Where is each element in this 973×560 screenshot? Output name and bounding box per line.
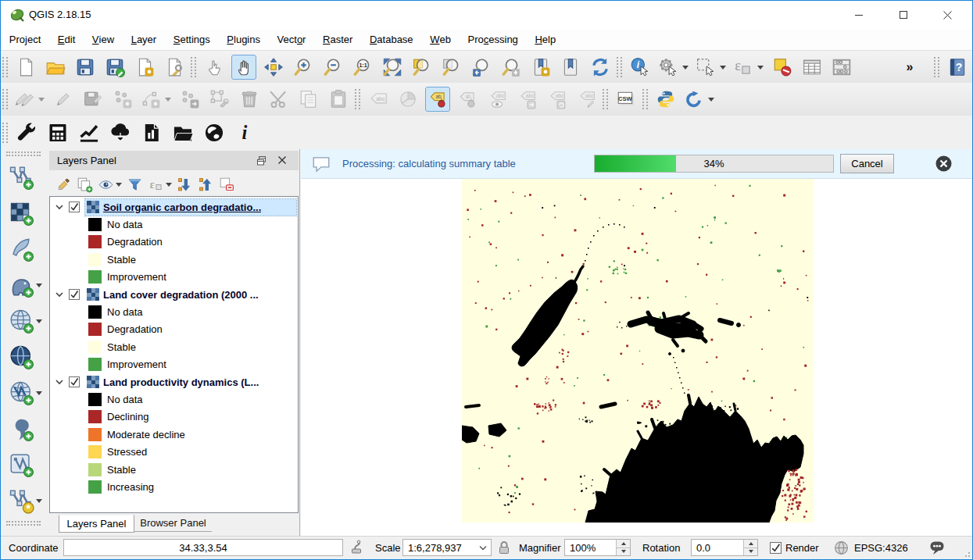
extents-icon[interactable] — [350, 540, 366, 555]
lp-expression-button[interactable]: ε — [148, 174, 172, 194]
tab-browser-panel[interactable]: Browser Panel — [134, 515, 212, 532]
menu-vector[interactable]: Vector — [269, 29, 314, 50]
label-edit-button[interactable]: abc — [574, 87, 598, 111]
zoom-next-button[interactable] — [499, 55, 523, 79]
expand-chevron-icon[interactable] — [54, 289, 66, 300]
zoom-layer-button[interactable] — [440, 55, 463, 79]
crs-icon[interactable] — [833, 540, 850, 556]
layer-row[interactable]: Land productivity dynamics (L... — [50, 373, 298, 391]
cut-button[interactable] — [267, 87, 291, 111]
lp-style-button[interactable] — [55, 174, 72, 194]
save-project-as-button[interactable] — [103, 55, 127, 79]
menu-help[interactable]: Help — [527, 29, 564, 50]
deselect-all-button[interactable] — [771, 55, 794, 79]
toggle-editing-button[interactable] — [52, 87, 75, 111]
history-button[interactable] — [684, 87, 715, 111]
help-button[interactable]: ? — [946, 55, 969, 79]
save-project-button[interactable] — [73, 55, 97, 79]
add-vector-button[interactable] — [1, 160, 34, 194]
maximize-button[interactable] — [885, 1, 921, 29]
messagebar-close-button[interactable] — [935, 155, 952, 172]
csw-button[interactable]: CSW — [614, 87, 638, 111]
move-feature-button[interactable] — [178, 87, 202, 111]
copy-button[interactable] — [297, 87, 320, 111]
lp-visibility-button[interactable] — [98, 174, 122, 194]
lock-icon[interactable] — [496, 540, 512, 555]
new-gpkg-button[interactable] — [1, 448, 34, 482]
add-postgis-button[interactable] — [1, 268, 42, 302]
close-button[interactable] — [930, 1, 965, 29]
log-messages-icon[interactable] — [929, 540, 945, 555]
te-calculate-button[interactable] — [46, 121, 70, 144]
te-folder-button[interactable] — [171, 121, 195, 144]
delete-selected-button[interactable] — [238, 87, 261, 111]
menu-processing[interactable]: Processing — [460, 29, 527, 50]
save-edits-button[interactable] — [81, 87, 105, 111]
te-download-button[interactable] — [109, 121, 132, 144]
add-feature-button[interactable] — [111, 87, 134, 111]
new-shapefile-button[interactable]: * — [1, 483, 42, 518]
lp-collapse-button[interactable] — [198, 174, 214, 194]
lp-expand-button[interactable] — [177, 174, 193, 194]
label-move-button[interactable]: abc — [515, 87, 538, 111]
add-db-button[interactable] — [1, 304, 42, 338]
new-composer-button[interactable] — [133, 55, 156, 79]
python-button[interactable] — [654, 87, 678, 111]
pan-button[interactable] — [232, 55, 256, 79]
magnifier-spinner[interactable]: 100% — [564, 539, 631, 556]
expand-chevron-icon[interactable] — [54, 376, 66, 387]
zoom-full-button[interactable] — [381, 55, 404, 79]
add-wfs-button[interactable] — [1, 376, 42, 410]
select-rect-button[interactable] — [696, 55, 727, 79]
circular-string-button[interactable] — [141, 87, 172, 111]
layer-checkbox[interactable] — [69, 202, 80, 212]
menu-web[interactable]: Web — [421, 29, 459, 50]
render-checkbox[interactable] — [770, 542, 782, 556]
zoom-last-button[interactable] — [470, 55, 493, 79]
menu-view[interactable]: View — [84, 29, 123, 50]
composer-manager-button[interactable] — [163, 55, 186, 79]
menu-plugins[interactable]: Plugins — [219, 29, 269, 50]
layer-row[interactable]: Land cover degradation (2000 ... — [50, 286, 298, 303]
lp-add-group-button[interactable] — [77, 174, 93, 194]
te-info-button[interactable]: i — [234, 121, 257, 144]
float-panel-icon[interactable] — [256, 155, 267, 169]
label-show-button[interactable]: abc — [485, 87, 509, 111]
identify-button[interactable]: i — [628, 55, 652, 79]
menu-layer[interactable]: Layer — [123, 29, 165, 50]
close-panel-icon[interactable] — [277, 155, 288, 168]
minimize-button[interactable] — [841, 1, 876, 29]
map-canvas[interactable] — [301, 179, 972, 536]
add-virtual-button[interactable] — [1, 412, 34, 446]
lp-filter-button[interactable] — [127, 174, 143, 194]
attribute-table-button[interactable] — [800, 55, 824, 79]
current-edits-button[interactable] — [14, 87, 45, 111]
add-delimited-button[interactable] — [1, 232, 34, 266]
te-plot-button[interactable] — [77, 121, 101, 144]
label-abc-button[interactable]: abc — [367, 87, 390, 111]
label-rotate-button[interactable]: abc — [545, 87, 568, 111]
menu-settings[interactable]: Settings — [165, 29, 219, 50]
feature-action-button[interactable] — [658, 55, 689, 79]
add-wms-button[interactable] — [1, 340, 34, 374]
scale-combo[interactable]: 1:6,278,937 — [402, 539, 492, 556]
add-raster-button[interactable] — [1, 196, 34, 230]
overflow-button[interactable]: » — [897, 55, 921, 79]
menu-edit[interactable]: Edit — [49, 29, 84, 50]
refresh-button[interactable] — [588, 55, 612, 79]
zoom-native-button[interactable]: 1:1 — [351, 55, 374, 79]
zoom-in-button[interactable] — [292, 55, 315, 79]
layer-checkbox[interactable] — [69, 289, 80, 300]
zoom-out-button[interactable] — [321, 55, 345, 79]
te-report-button[interactable] — [140, 121, 163, 144]
menu-database[interactable]: Database — [361, 29, 421, 50]
show-bookmarks-button[interactable] — [559, 55, 582, 79]
pan-selection-button[interactable] — [262, 55, 285, 79]
label-pin-button[interactable]: ab — [426, 87, 449, 111]
menu-project[interactable]: Project — [1, 29, 49, 50]
zoom-selection-button[interactable] — [410, 55, 434, 79]
touch-button[interactable] — [202, 55, 226, 79]
rotation-spinner[interactable]: 0.0 — [691, 539, 758, 556]
paste-button[interactable] — [327, 87, 350, 111]
menu-raster[interactable]: Raster — [314, 29, 361, 50]
